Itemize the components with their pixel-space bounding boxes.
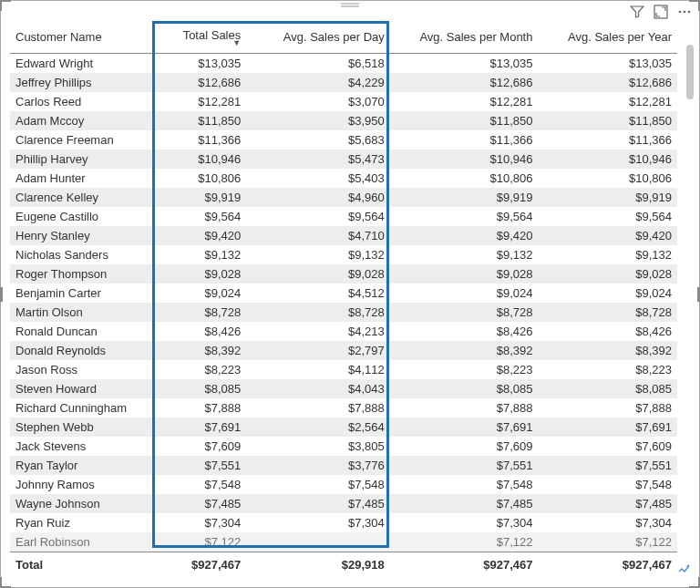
totals-row: Total $927,467 $29,918 $927,467 $927,467 (10, 552, 677, 577)
cell-avg-month: $9,420 (390, 226, 539, 245)
cell-avg-year: $7,691 (538, 418, 677, 437)
cell-customer: Jack Stevens (10, 437, 159, 456)
table-row-partial[interactable]: Earl Robinson$7,122$7,122$7,122 (10, 532, 677, 552)
table-row[interactable]: Jason Ross$8,223$4,112$8,223$8,223 (10, 360, 677, 379)
cell-avg-day: $5,403 (246, 169, 390, 188)
table-row[interactable]: Stephen Webb$7,691$2,564$7,691$7,691 (10, 418, 677, 437)
cell-avg-year: $9,919 (538, 188, 677, 207)
total-avg-month: $927,467 (390, 552, 539, 577)
cell-avg-month: $8,223 (390, 360, 539, 379)
cell-total: $9,919 (159, 188, 247, 207)
cell-avg-day (246, 532, 390, 552)
cell-avg-year: $9,132 (538, 245, 677, 264)
table-row[interactable]: Adam Hunter$10,806$5,403$10,806$10,806 (10, 169, 677, 188)
cell-customer: Ronald Duncan (10, 322, 159, 341)
table-row[interactable]: Nicholas Sanders$9,132$9,132$9,132$9,132 (10, 245, 677, 264)
cell-avg-year: $8,392 (538, 341, 677, 360)
cell-total: $11,850 (159, 111, 247, 130)
cell-avg-day: $4,229 (246, 73, 390, 92)
table-row[interactable]: Adam Mccoy$11,850$3,950$11,850$11,850 (10, 111, 677, 130)
scrollbar-thumb[interactable] (686, 45, 694, 99)
cell-customer: Phillip Harvey (10, 150, 159, 169)
table-row[interactable]: Ryan Taylor$7,551$3,776$7,551$7,551 (10, 456, 677, 475)
cell-avg-month: $8,728 (390, 303, 539, 322)
cell-avg-year: $10,946 (538, 150, 677, 169)
cell-avg-day: $3,950 (246, 111, 390, 130)
svg-point-5 (688, 11, 691, 14)
table-row[interactable]: Clarence Freeman$11,366$5,683$11,366$11,… (10, 130, 677, 150)
cell-avg-day: $4,512 (246, 284, 390, 303)
cell-avg-month: $7,548 (390, 475, 539, 494)
resize-handle-left[interactable] (0, 287, 3, 302)
cell-avg-year: $7,551 (538, 456, 677, 475)
table-row[interactable]: Ryan Ruiz$7,304$7,304$7,304$7,304 (10, 513, 677, 532)
table-row[interactable]: Phillip Harvey$10,946$5,473$10,946$10,94… (10, 150, 677, 169)
table-row[interactable]: Henry Stanley$9,420$4,710$9,420$9,420 (10, 226, 677, 245)
total-sales: $927,467 (159, 552, 247, 577)
cell-avg-month: $13,035 (390, 54, 539, 74)
col-total-sales[interactable]: Total Sales ▼ (159, 23, 247, 54)
col-avg-month[interactable]: Avg. Sales per Month (390, 23, 539, 54)
table-scroll-area[interactable]: Customer Name Total Sales ▼ Avg. Sales p… (10, 23, 677, 576)
cell-avg-day: $7,548 (246, 475, 390, 494)
table-row[interactable]: Clarence Kelley$9,919$4,960$9,919$9,919 (10, 188, 677, 207)
cell-avg-month: $9,028 (390, 264, 539, 284)
cell-avg-month: $12,686 (390, 73, 539, 92)
cell-avg-day: $4,710 (246, 226, 390, 245)
cell-avg-year: $7,609 (538, 437, 677, 456)
cell-customer: Nicholas Sanders (10, 245, 159, 264)
bottom-right-icon[interactable] (675, 561, 692, 580)
col-avg-day[interactable]: Avg. Sales per Day (246, 23, 390, 54)
cell-avg-day: $2,564 (246, 418, 390, 437)
col-avg-year[interactable]: Avg. Sales per Year (538, 23, 677, 54)
cell-avg-year: $7,548 (538, 475, 677, 494)
vertical-scrollbar[interactable] (686, 45, 694, 558)
cell-total: $8,728 (159, 303, 247, 322)
table-body: Edward Wright$13,035$6,518$13,035$13,035… (10, 54, 677, 552)
table-row[interactable]: Richard Cunningham$7,888$7,888$7,888$7,8… (10, 398, 677, 418)
cell-total: $7,609 (159, 437, 247, 456)
cell-avg-year: $12,281 (538, 92, 677, 111)
cell-customer: Martin Olson (10, 303, 159, 322)
table-row[interactable]: Jeffrey Phillips$12,686$4,229$12,686$12,… (10, 73, 677, 92)
table-row[interactable]: Ronald Duncan$8,426$4,213$8,426$8,426 (10, 322, 677, 341)
cell-avg-year: $13,035 (538, 54, 677, 74)
table-row[interactable]: Carlos Reed$12,281$3,070$12,281$12,281 (10, 92, 677, 111)
focus-mode-icon[interactable] (654, 5, 668, 19)
table-row[interactable]: Edward Wright$13,035$6,518$13,035$13,035 (10, 54, 677, 74)
cell-avg-year: $7,888 (538, 398, 677, 418)
cell-avg-day: $6,518 (246, 54, 390, 74)
col-customer-name[interactable]: Customer Name (10, 23, 159, 54)
filter-icon[interactable] (630, 5, 644, 19)
resize-handle-bl[interactable] (0, 577, 11, 588)
drag-grip-icon[interactable] (339, 3, 361, 8)
cell-avg-month: $9,024 (390, 284, 539, 303)
cell-customer: Johnny Ramos (10, 475, 159, 494)
cell-avg-month: $8,085 (390, 379, 539, 398)
resize-handle-tl[interactable] (0, 0, 11, 11)
total-label: Total (10, 552, 159, 577)
table-row[interactable]: Steven Howard$8,085$4,043$8,085$8,085 (10, 379, 677, 398)
cell-avg-day: $7,888 (246, 398, 390, 418)
resize-handle-tr[interactable] (689, 0, 700, 11)
cell-avg-day: $9,564 (246, 207, 390, 226)
cell-total: $7,888 (159, 398, 247, 418)
table-row[interactable]: Johnny Ramos$7,548$7,548$7,548$7,548 (10, 475, 677, 494)
cell-avg-month: $12,281 (390, 92, 539, 111)
table-row[interactable]: Wayne Johnson$7,485$7,485$7,485$7,485 (10, 494, 677, 513)
table-row[interactable]: Roger Thompson$9,028$9,028$9,028$9,028 (10, 264, 677, 284)
cell-customer: Adam Mccoy (10, 111, 159, 130)
cell-avg-month: $7,691 (390, 418, 539, 437)
table-visual[interactable]: Customer Name Total Sales ▼ Avg. Sales p… (0, 0, 700, 588)
cell-customer: Ryan Taylor (10, 456, 159, 475)
cell-avg-day: $4,960 (246, 188, 390, 207)
table-row[interactable]: Donald Reynolds$8,392$2,797$8,392$8,392 (10, 341, 677, 360)
cell-total: $7,551 (159, 456, 247, 475)
cell-avg-year: $9,028 (538, 264, 677, 284)
table-row[interactable]: Martin Olson$8,728$8,728$8,728$8,728 (10, 303, 677, 322)
table-row[interactable]: Jack Stevens$7,609$3,805$7,609$7,609 (10, 437, 677, 456)
table-row[interactable]: Benjamin Carter$9,024$4,512$9,024$9,024 (10, 284, 677, 303)
cell-avg-year: $8,085 (538, 379, 677, 398)
table-row[interactable]: Eugene Castillo$9,564$9,564$9,564$9,564 (10, 207, 677, 226)
cell-avg-month: $10,946 (390, 150, 539, 169)
